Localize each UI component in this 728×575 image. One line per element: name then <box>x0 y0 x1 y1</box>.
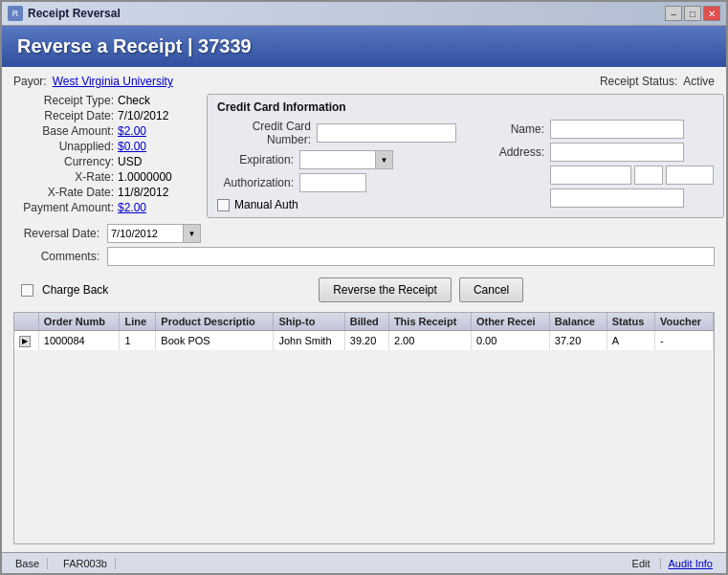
title-bar-left: R Receipt Reversal <box>8 6 121 21</box>
receipt-type-row: Receipt Type: Check <box>13 94 195 107</box>
window-title: Receipt Reversal <box>28 7 121 20</box>
col-expand <box>14 313 38 331</box>
voucher-cell: - <box>654 331 713 351</box>
expiry-label: Expiration: <box>217 153 294 166</box>
expiry-select[interactable] <box>299 150 376 169</box>
header-bar: Reverse a Receipt | 37339 <box>2 26 726 67</box>
auth-input[interactable] <box>299 173 366 192</box>
page-title: Reverse a Receipt | 37339 <box>17 35 252 57</box>
minimize-button[interactable]: – <box>665 6 682 21</box>
cc-address2-row <box>468 166 714 185</box>
cc-address-input[interactable] <box>550 143 684 162</box>
expiry-arrow-icon[interactable]: ▼ <box>376 150 393 169</box>
comments-input[interactable] <box>107 247 715 266</box>
reversal-date-label: Reversal Date: <box>13 227 99 240</box>
cc-number-row: Credit Card Number: <box>217 120 456 146</box>
cc-left-col: Credit Card Number: Expiration: ▼ Author… <box>217 120 456 211</box>
receipt-type-label: Receipt Type: <box>13 94 114 107</box>
manual-auth-label: Manual Auth <box>234 198 298 211</box>
unapplied-row: Unapplied: $0.00 <box>13 140 195 153</box>
main-window: R Receipt Reversal – □ ✕ Reverse a Recei… <box>0 0 728 575</box>
status-base-section: Base FAR003b <box>8 558 623 569</box>
xrate-date-value: 11/8/2012 <box>118 186 168 199</box>
expiry-row: Expiration: ▼ <box>217 150 456 169</box>
cc-zip-input[interactable] <box>666 166 714 185</box>
receipt-date-value: 7/10/2012 <box>118 109 168 122</box>
status-bar: Base FAR003b Edit Audit Info <box>2 552 726 573</box>
cancel-button[interactable]: Cancel <box>459 277 523 302</box>
currency-value: USD <box>118 155 142 168</box>
cc-name-input[interactable] <box>550 120 684 139</box>
cc-address3-input[interactable] <box>550 188 684 208</box>
status-edit-label: Edit <box>623 558 661 569</box>
col-ship-to: Ship-to <box>274 313 344 331</box>
receipt-status-row: Receipt Status: Active <box>600 75 715 88</box>
reversal-date-arrow-icon[interactable]: ▼ <box>184 224 201 243</box>
status-base-label: Base <box>8 558 48 569</box>
cc-state-input[interactable] <box>634 166 663 185</box>
cc-city-state-zip <box>550 166 714 185</box>
chargeback-label: Charge Back <box>42 283 108 297</box>
cc-address3-row <box>468 188 714 208</box>
reverse-button[interactable]: Reverse the Receipt <box>319 277 452 302</box>
table-header-row: Order Numb Line Product Descriptio Ship-… <box>14 313 714 331</box>
payment-amount-value[interactable]: $2.00 <box>118 201 146 214</box>
cc-city-input[interactable] <box>550 166 631 185</box>
audit-info-link[interactable]: Audit Info <box>661 558 720 569</box>
receipt-date-label: Receipt Date: <box>13 109 114 122</box>
middle-section: Receipt Type: Check Receipt Date: 7/10/2… <box>13 94 715 218</box>
cc-right-col: Name: Address: <box>468 120 714 211</box>
base-amount-row: Base Amount: $2.00 <box>13 124 195 138</box>
order-table-section: Order Numb Line Product Descriptio Ship-… <box>13 312 715 544</box>
top-info-row: Payor: West Virginia University Receipt … <box>13 75 715 88</box>
xrate-label: X-Rate: <box>13 170 114 184</box>
col-order-number: Order Numb <box>38 313 120 331</box>
receipt-status-label: Receipt Status: <box>600 75 677 88</box>
payor-link[interactable]: West Virginia University <box>53 75 173 88</box>
order-table: Order Numb Line Product Descriptio Ship-… <box>14 313 714 351</box>
receipt-type-value: Check <box>118 94 150 107</box>
auth-row: Authorization: <box>217 173 456 192</box>
expand-cell: ▶ <box>14 331 38 351</box>
auth-label: Authorization: <box>217 176 294 189</box>
col-this-receipt: This Receipt <box>388 313 471 331</box>
status-base-value: FAR003b <box>55 558 116 569</box>
unapplied-value[interactable]: $0.00 <box>118 140 146 153</box>
ship-to-cell: John Smith <box>274 331 344 351</box>
close-button[interactable]: ✕ <box>703 6 720 21</box>
xrate-row: X-Rate: 1.0000000 <box>13 170 195 184</box>
expand-button[interactable]: ▶ <box>19 336 31 347</box>
left-fields: Receipt Type: Check Receipt Date: 7/10/2… <box>13 94 195 218</box>
receipt-status-value: Active <box>683 75 715 88</box>
manual-auth-checkbox[interactable] <box>217 199 230 211</box>
col-line: Line <box>120 313 156 331</box>
comments-label: Comments: <box>13 250 99 263</box>
reversal-date-field: ▼ <box>107 224 201 243</box>
payor-label: Payor: <box>13 75 47 88</box>
col-billed: Billed <box>344 313 388 331</box>
reversal-date-input[interactable] <box>107 224 184 243</box>
cc-title: Credit Card Information <box>217 100 714 114</box>
window-icon: R <box>8 6 23 21</box>
col-status: Status <box>607 313 654 331</box>
col-other-receipt: Other Recei <box>471 313 549 331</box>
cc-address-row: Address: <box>468 143 714 162</box>
base-amount-value[interactable]: $2.00 <box>118 124 146 138</box>
payment-amount-row: Payment Amount: $2.00 <box>13 201 195 214</box>
chargeback-checkbox[interactable] <box>21 284 33 297</box>
currency-row: Currency: USD <box>13 155 195 168</box>
buttons-row: Reverse the Receipt Cancel <box>127 277 715 302</box>
title-bar-controls: – □ ✕ <box>665 6 720 21</box>
cc-address-label: Address: <box>468 145 544 159</box>
cc-number-label: Credit Card Number: <box>217 120 311 146</box>
cc-number-input[interactable] <box>317 123 456 143</box>
billed-cell: 39.20 <box>344 331 388 351</box>
credit-card-section: Credit Card Information Credit Card Numb… <box>207 94 724 218</box>
payment-amount-label: Payment Amount: <box>13 201 114 214</box>
this-receipt-cell: 2.00 <box>388 331 471 351</box>
chargeback-row: Charge Back <box>21 283 108 297</box>
maximize-button[interactable]: □ <box>684 6 701 21</box>
xrate-value: 1.0000000 <box>118 170 172 184</box>
line-cell: 1 <box>120 331 156 351</box>
product-cell: Book POS <box>156 331 274 351</box>
